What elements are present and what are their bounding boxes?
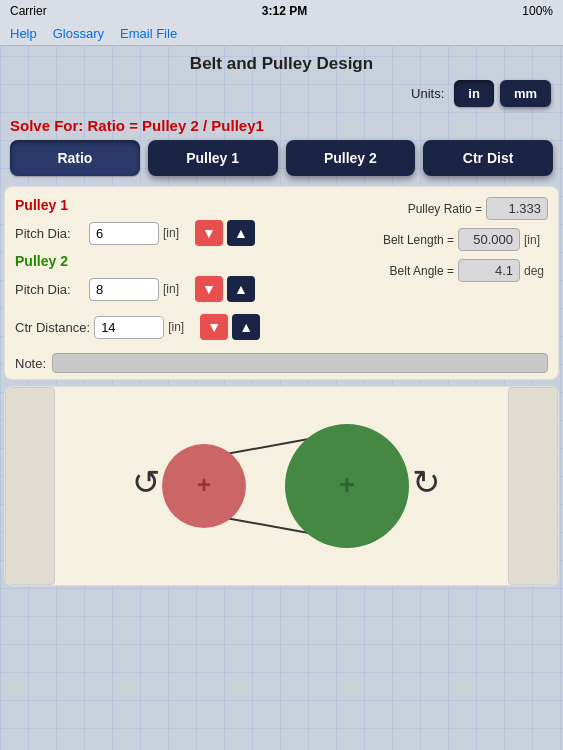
pulley1-row: Pitch Dia: [in] ▼ ▲	[15, 220, 260, 246]
app-title: Belt and Pulley Design	[0, 46, 563, 80]
diagram-panel: + + ↺ ↻	[4, 386, 559, 586]
time-label: 3:12 PM	[262, 4, 307, 18]
svg-text:+: +	[196, 471, 210, 498]
belt-length-unit: [in]	[524, 233, 548, 247]
pulley-ratio-value	[486, 197, 548, 220]
email-file-link[interactable]: Email File	[120, 26, 177, 41]
belt-diagram-svg: + +	[122, 406, 442, 566]
pulley2-label: Pulley 2	[15, 253, 260, 269]
note-field[interactable]	[52, 353, 548, 373]
panel-body: Pulley 1 Pitch Dia: [in] ▼ ▲ Pulley 2 Pi…	[15, 197, 548, 345]
pulley1-pitch-input[interactable]	[89, 222, 159, 245]
svg-text:+: +	[338, 469, 354, 500]
ctr-dist-input[interactable]	[94, 316, 164, 339]
unit-mm-button[interactable]: mm	[500, 80, 551, 107]
solve-for-row: Solve For: Ratio = Pulley 2 / Pulley1	[0, 113, 563, 140]
pulley2-unit: [in]	[163, 282, 191, 296]
note-label: Note:	[15, 356, 46, 371]
right-box	[508, 387, 558, 585]
pulley2-pitch-input[interactable]	[89, 278, 159, 301]
pulley1-label: Pulley 1	[15, 197, 260, 213]
rotate-left-arrow: ↺	[132, 462, 160, 502]
solve-for-label: Solve For: Ratio = Pulley 2 / Pulley1	[10, 117, 264, 134]
solve-buttons-row: Ratio Pulley 1 Pulley 2 Ctr Dist	[0, 140, 563, 186]
ctr-dist-row: Ctr Distance: [in] ▼ ▲	[15, 314, 260, 340]
note-row: Note:	[15, 353, 548, 373]
belt-angle-unit: deg	[524, 264, 548, 278]
belt-length-value	[458, 228, 520, 251]
pulley1-down-button[interactable]: ▼	[195, 220, 223, 246]
pulley1-unit: [in]	[163, 226, 191, 240]
help-link[interactable]: Help	[10, 26, 37, 41]
result-col: Pulley Ratio = Belt Length = [in] Belt A…	[274, 197, 548, 345]
ctr-dist-label: Ctr Distance:	[15, 320, 90, 335]
solve-pulley1-button[interactable]: Pulley 1	[148, 140, 278, 176]
solve-pulley2-button[interactable]: Pulley 2	[286, 140, 416, 176]
top-nav: Help Glossary Email File	[0, 22, 563, 46]
ctr-dist-up-button[interactable]: ▲	[232, 314, 260, 340]
pulley2-row: Pitch Dia: [in] ▼ ▲	[15, 276, 260, 302]
pulley2-pitch-label: Pitch Dia:	[15, 282, 85, 297]
pulley1-up-button[interactable]: ▲	[227, 220, 255, 246]
belt-length-row: Belt Length = [in]	[274, 228, 548, 251]
left-box	[5, 387, 55, 585]
glossary-link[interactable]: Glossary	[53, 26, 104, 41]
diagram-inner: + + ↺ ↻	[122, 406, 442, 566]
belt-angle-label: Belt Angle =	[390, 264, 454, 278]
ctr-dist-unit: [in]	[168, 320, 196, 334]
units-row: Units: in mm	[0, 80, 563, 113]
left-inputs: Pulley 1 Pitch Dia: [in] ▼ ▲ Pulley 2 Pi…	[15, 197, 260, 345]
pulley2-up-button[interactable]: ▲	[227, 276, 255, 302]
belt-angle-row: Belt Angle = deg	[274, 259, 548, 282]
pulley-ratio-label: Pulley Ratio =	[408, 202, 482, 216]
rotate-right-arrow: ↻	[412, 462, 440, 502]
pulley-ratio-row: Pulley Ratio =	[274, 197, 548, 220]
belt-angle-value	[458, 259, 520, 282]
pulley2-down-button[interactable]: ▼	[195, 276, 223, 302]
input-panel: Pulley 1 Pitch Dia: [in] ▼ ▲ Pulley 2 Pi…	[4, 186, 559, 380]
carrier-label: Carrier	[10, 4, 47, 18]
ctr-dist-down-button[interactable]: ▼	[200, 314, 228, 340]
belt-length-label: Belt Length =	[383, 233, 454, 247]
battery-label: 100%	[522, 4, 553, 18]
pulley1-pitch-label: Pitch Dia:	[15, 226, 85, 241]
solve-ratio-button[interactable]: Ratio	[10, 140, 140, 176]
solve-ctrdist-button[interactable]: Ctr Dist	[423, 140, 553, 176]
units-label: Units:	[411, 86, 444, 101]
unit-in-button[interactable]: in	[454, 80, 494, 107]
status-bar: Carrier 3:12 PM 100%	[0, 0, 563, 22]
